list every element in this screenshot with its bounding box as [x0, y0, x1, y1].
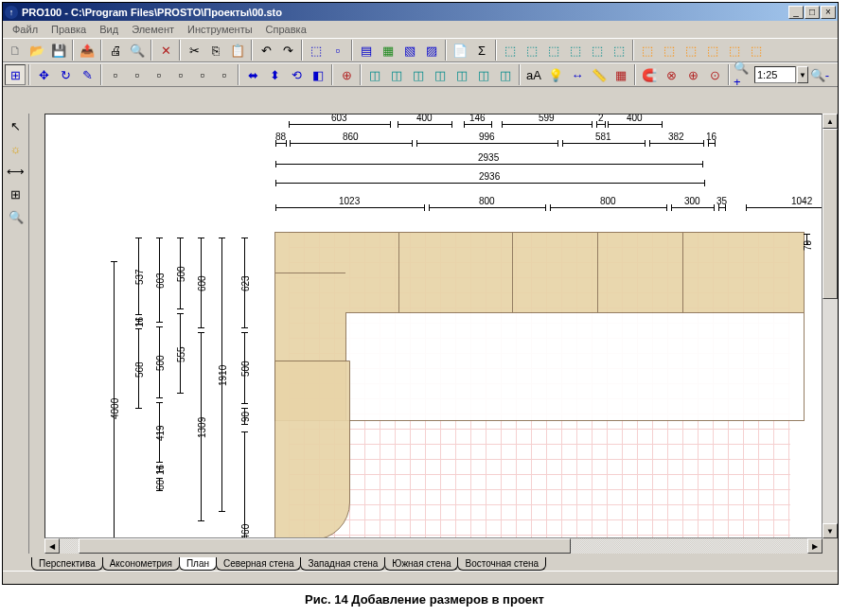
paste-icon[interactable]: 📋: [227, 40, 248, 61]
menu-file[interactable]: Файл: [7, 23, 44, 36]
mirror-icon[interactable]: ◧: [308, 64, 328, 85]
dims-icon[interactable]: ↔: [567, 64, 588, 85]
move-icon[interactable]: ✥: [33, 64, 54, 85]
align-m-icon[interactable]: ▫: [192, 64, 213, 85]
estimate-icon[interactable]: Σ: [471, 40, 492, 61]
curve-icon[interactable]: ✎: [77, 64, 97, 85]
maximize-button[interactable]: □: [805, 6, 820, 19]
tab-east-wall[interactable]: Восточная стена: [457, 557, 546, 571]
save-icon[interactable]: 💾: [48, 40, 69, 61]
tab-west-wall[interactable]: Западная стена: [300, 557, 385, 571]
pointer-icon[interactable]: ↖: [6, 115, 27, 136]
structure-icon[interactable]: ▨: [421, 40, 442, 61]
tool-k-icon[interactable]: ⬚: [724, 40, 745, 61]
view3d-a-icon[interactable]: ◫: [364, 64, 385, 85]
snap-icon[interactable]: ⊞: [5, 64, 26, 85]
align-t-icon[interactable]: ▫: [170, 64, 191, 85]
view3d-g-icon[interactable]: ◫: [495, 64, 516, 85]
light2-icon[interactable]: ☼: [6, 138, 27, 159]
scroll-thumb-v[interactable]: [822, 129, 838, 299]
tool-f-icon[interactable]: ⬚: [609, 40, 629, 61]
view3d-c-icon[interactable]: ◫: [408, 64, 429, 85]
rotate-icon[interactable]: ↻: [55, 64, 76, 85]
view3d-f-icon[interactable]: ◫: [473, 64, 494, 85]
view3d-d-icon[interactable]: ◫: [430, 64, 451, 85]
print-preview-icon[interactable]: 🔍: [127, 40, 148, 61]
align-l-icon[interactable]: ▫: [105, 64, 126, 85]
copy-icon[interactable]: ⎘: [205, 40, 226, 61]
menu-view[interactable]: Вид: [94, 23, 124, 36]
scrollbar-vertical[interactable]: ▲ ▼: [822, 114, 838, 538]
new-element-icon[interactable]: ▫: [327, 40, 348, 61]
export-icon[interactable]: 📤: [77, 40, 97, 61]
scroll-left-icon[interactable]: ◀: [44, 538, 60, 554]
cut-icon[interactable]: ✂: [184, 40, 204, 61]
dim-tool-icon[interactable]: ⟷: [6, 161, 27, 182]
report-icon[interactable]: 📄: [450, 40, 470, 61]
flip-h-icon[interactable]: ⬌: [242, 64, 263, 85]
rotate90-icon[interactable]: ⟲: [286, 64, 307, 85]
tool-b-icon[interactable]: ⬚: [522, 40, 542, 61]
snap4-icon[interactable]: ⊙: [704, 64, 725, 85]
view3d-e-icon[interactable]: ◫: [451, 64, 472, 85]
tool-j-icon[interactable]: ⬚: [702, 40, 723, 61]
layers-icon[interactable]: ▧: [399, 40, 420, 61]
tool-l-icon[interactable]: ⬚: [746, 40, 767, 61]
align-b-icon[interactable]: ▫: [214, 64, 235, 85]
scroll-right-icon[interactable]: ▶: [807, 538, 822, 554]
tool-g-icon[interactable]: ⬚: [637, 40, 658, 61]
tool-h-icon[interactable]: ⬚: [659, 40, 680, 61]
scroll-track-h2[interactable]: [571, 538, 807, 554]
tool-a-icon[interactable]: ⬚: [500, 40, 521, 61]
zoom-input[interactable]: [754, 66, 796, 83]
snap2-icon[interactable]: ⊗: [661, 64, 681, 85]
text-icon[interactable]: aA: [523, 64, 544, 85]
scroll-track-h[interactable]: [60, 538, 79, 554]
scrollbar-horizontal[interactable]: ◀ ▶: [44, 538, 822, 554]
close-button[interactable]: ×: [821, 6, 836, 19]
tool-d-icon[interactable]: ⬚: [565, 40, 586, 61]
center-icon[interactable]: ⊕: [336, 64, 357, 85]
tab-north-wall[interactable]: Северная стена: [216, 557, 302, 571]
print-icon[interactable]: 🖨: [105, 40, 126, 61]
menu-edit[interactable]: Правка: [45, 23, 92, 36]
menu-tools[interactable]: Инструменты: [182, 23, 258, 36]
tab-plan[interactable]: План: [179, 557, 217, 571]
delete-icon[interactable]: ✕: [155, 40, 176, 61]
tool-e-icon[interactable]: ⬚: [587, 40, 608, 61]
menu-element[interactable]: Элемент: [126, 23, 180, 36]
zoom-dropdown-icon[interactable]: ▼: [797, 66, 808, 83]
new-icon[interactable]: 🗋: [5, 40, 26, 61]
tab-south-wall[interactable]: Южная стена: [384, 557, 458, 571]
scroll-track-v[interactable]: [822, 299, 838, 523]
tab-perspective[interactable]: Перспектива: [31, 557, 103, 571]
scroll-down-icon[interactable]: ▼: [822, 523, 838, 538]
scroll-up-icon[interactable]: ▲: [822, 114, 838, 129]
measure-icon[interactable]: 📏: [589, 64, 610, 85]
catalog-icon[interactable]: ▤: [356, 40, 377, 61]
tool-c-icon[interactable]: ⬚: [543, 40, 564, 61]
open-icon[interactable]: 📂: [27, 40, 47, 61]
minimize-button[interactable]: _: [788, 6, 804, 19]
menu-help[interactable]: Справка: [260, 23, 312, 36]
tool-i-icon[interactable]: ⬚: [681, 40, 701, 61]
scroll-thumb-h[interactable]: [79, 538, 571, 554]
materials-icon[interactable]: ▦: [378, 40, 398, 61]
align-c-icon[interactable]: ▫: [127, 64, 148, 85]
zoom-out-icon[interactable]: 🔍-: [809, 64, 830, 85]
view3d-b-icon[interactable]: ◫: [386, 64, 407, 85]
canvas[interactable]: 6034001465992400888609965813821629352936…: [44, 114, 822, 538]
grid-icon[interactable]: ▦: [610, 64, 631, 85]
tab-axonometry[interactable]: Аксонометрия: [102, 557, 180, 571]
dim-tool2-icon[interactable]: ⊞: [6, 184, 27, 204]
light-icon[interactable]: 💡: [545, 64, 566, 85]
redo-icon[interactable]: ↷: [277, 40, 298, 61]
zoom-in-icon[interactable]: 🔍+: [733, 64, 753, 85]
properties-icon[interactable]: ⬚: [306, 40, 327, 61]
flip-v-icon[interactable]: ⬍: [264, 64, 285, 85]
align-r-icon[interactable]: ▫: [149, 64, 169, 85]
magnet-icon[interactable]: 🧲: [639, 64, 660, 85]
snap3-icon[interactable]: ⊕: [682, 64, 703, 85]
zoom-tool-icon[interactable]: 🔍: [6, 206, 27, 227]
undo-icon[interactable]: ↶: [256, 40, 276, 61]
